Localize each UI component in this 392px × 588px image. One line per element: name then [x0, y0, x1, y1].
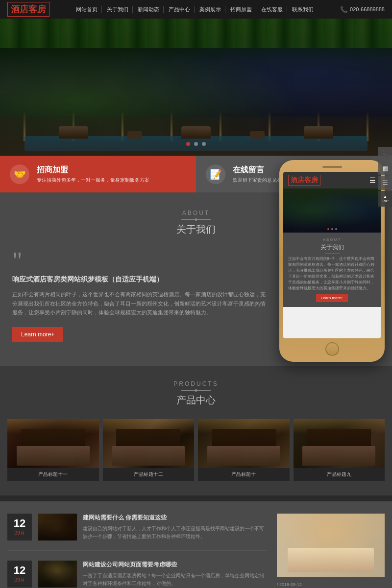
news-day-1: 12 [14, 518, 25, 529]
sofa-3 [304, 126, 333, 139]
phone-number: 020-66889888 [350, 6, 385, 12]
phone-hero-overlay [283, 188, 381, 233]
news-text-1: 建网站需要什么 你需要知道这些 建设自己的网站对于新人，人才工作和个人工作还是提… [83, 514, 267, 541]
hero-dot-2[interactable] [194, 142, 198, 146]
phone-mockup-wrapper: 酒店客房 ☰ ABOUT 关于我们 正如不会有 [279, 160, 385, 362]
hero-scene [0, 58, 392, 156]
product-image-2 [103, 419, 195, 468]
quote-mark: " [12, 248, 267, 273]
about-body-text: 正如不会有两片相同的叶子，这个世界也不会有两家相同的英迪格酒店。每一家酒店的设计… [12, 290, 267, 317]
hero-dot-1[interactable] [186, 142, 190, 146]
side-qr-icon: ▦ [383, 165, 388, 172]
hero-plants [0, 19, 392, 58]
news-feature-image [277, 514, 385, 577]
about-subtitle: 响应式酒店客房类网站织梦模板（自适应手机端） [12, 275, 267, 284]
news-section: 12 09月 建网站需要什么 你需要知道这些 建设自己的网站对于新人，人才工作和… [0, 501, 392, 588]
product-item-1[interactable]: 产品标题十一 [7, 419, 99, 481]
table-1 [127, 131, 142, 139]
nav-home[interactable]: 网站首页 [72, 6, 102, 13]
phone-home-button[interactable] [325, 342, 339, 356]
phone-hero-dots [283, 228, 381, 230]
bed-2 [112, 446, 185, 466]
sofa-1 [59, 126, 88, 139]
nav-about[interactable]: 关于我们 [103, 6, 133, 13]
site-logo[interactable]: 酒店客房 [7, 2, 49, 17]
franchise-title: 招商加盟 [37, 165, 149, 175]
news-title-1[interactable]: 建网站需要什么 你需要知道这些 [83, 514, 267, 522]
phone-about-en: ABOUT [288, 237, 376, 242]
phone-menu-icon[interactable]: ☰ [369, 176, 376, 184]
plant-leaves-decor [0, 19, 392, 48]
nav-cases[interactable]: 案例展示 [196, 6, 225, 13]
section-separator [0, 495, 392, 501]
header-phone: 📞 020-66889888 [340, 6, 385, 13]
table-2 [250, 131, 265, 139]
news-item-1: 12 09月 建网站需要什么 你需要知道这些 建设自己的网站对于新人，人才工作和… [7, 514, 267, 551]
products-en-label: PRODUCTS [0, 380, 392, 387]
side-menu-icon: ☰ [383, 180, 388, 187]
phone-icon: 📞 [340, 6, 348, 13]
bed-1 [17, 446, 90, 466]
nav-franchise[interactable]: 招商加盟 [226, 6, 256, 13]
top-label: ToP [382, 199, 389, 203]
phone-dot-1 [327, 228, 329, 230]
phone-learn-more[interactable]: Learn more+ [316, 294, 348, 302]
sofa-2 [181, 126, 211, 139]
phone-screen: 酒店客房 ☰ ABOUT 关于我们 正如不会有 [283, 172, 381, 338]
product-label-2: 产品标题十二 [103, 468, 195, 481]
news-excerpt-1: 建设自己的网站对于新人，人才工作和个人工作还是提高是找平网站建设的一个不可缺少一… [83, 525, 267, 541]
phone-about: ABOUT 关于我们 正如不会有两片相同的叶子，这个世界也不会有两家相同的英迪格… [283, 233, 381, 307]
product-label-3: 产品标题十 [198, 468, 290, 481]
news-month-2: 09月 [14, 577, 24, 584]
news-title-2[interactable]: 网站建设公司网站页面需要考虑哪些 [83, 561, 267, 569]
products-grid: 产品标题十一 产品标题十二 产品标题十 产品标题九 [0, 419, 392, 481]
franchise-icon: 🤝 [10, 165, 29, 184]
product-image-3 [198, 419, 290, 468]
nav-service[interactable]: 在线客服 [257, 6, 287, 13]
product-item-3[interactable]: 产品标题十 [198, 419, 290, 481]
franchise-sub: 专注招商外包多年，一对一服务，量身定制服务方案 [37, 177, 149, 184]
nav-news[interactable]: 新闻动态 [134, 6, 164, 13]
edit-icon: 📝 [210, 168, 222, 180]
hero-dot-3[interactable] [202, 142, 206, 146]
phone-hero [283, 188, 381, 233]
news-excerpt-2: 一言了于自适应酒店客房网站？每一个企业网站只有一个酒店房，单端企业网站定制对于各… [83, 572, 267, 588]
side-qr-button[interactable]: ▦ [378, 162, 392, 175]
phone-speaker [322, 166, 342, 168]
phone-dot-3 [335, 228, 337, 230]
back-to-top-button[interactable]: ▲ ToP [378, 191, 392, 207]
news-date-2: 12 09月 [7, 561, 32, 588]
header: 酒店客房 网站首页 关于我们 新闻动态 产品中心 案例展示 招商加盟 在线客服 … [0, 0, 392, 19]
product-item-4[interactable]: 产品标题九 [294, 419, 385, 481]
hero-banner [0, 19, 392, 156]
side-buttons: 📞 ▦ ☰ ▲ ToP [378, 147, 392, 207]
phone-about-zh: 关于我们 [288, 243, 376, 252]
phone-logo: 酒店客房 [288, 175, 320, 186]
handshake-icon: 🤝 [14, 168, 26, 180]
news-text-2: 网站建设公司网站页面需要考虑哪些 一言了于自适应酒店客房网站？每一个企业网站只有… [83, 561, 267, 588]
products-zh-label: 产品中心 [0, 394, 392, 407]
message-icon: 📝 [206, 165, 225, 184]
about-text-block: " 响应式酒店客房类网站织梦模板（自适应手机端） 正如不会有两片相同的叶子，这个… [12, 248, 272, 346]
franchise-text: 招商加盟 专注招商外包多年，一对一服务，量身定制服务方案 [37, 165, 149, 184]
scene-furniture [39, 119, 353, 139]
side-menu-button[interactable]: ☰ [378, 176, 392, 190]
about-learn-more-button[interactable]: Learn more+ [12, 327, 63, 342]
main-nav: 网站首页 关于我们 新闻动态 产品中心 案例展示 招商加盟 在线客服 联系我们 [72, 6, 318, 13]
feature-bed [288, 548, 374, 572]
nav-contact[interactable]: 联系我们 [288, 6, 318, 13]
product-image-4 [294, 419, 385, 468]
phone-nav: 酒店客房 ☰ [283, 172, 381, 188]
chevron-up-icon: ▲ [383, 194, 387, 199]
nav-products[interactable]: 产品中心 [165, 6, 195, 13]
news-list: 12 09月 建网站需要什么 你需要知道这些 建设自己的网站对于新人，人才工作和… [7, 514, 267, 588]
news-img-overlay-2 [38, 561, 77, 588]
banner-franchise[interactable]: 🤝 招商加盟 专注招商外包多年，一对一服务，量身定制服务方案 [0, 156, 196, 192]
news-month-1: 09月 [14, 530, 24, 537]
product-item-2[interactable]: 产品标题十二 [103, 419, 195, 481]
news-sidebar: / 2018-09-12 网站维护对于企业未说具有哪些重要性 企业的网站建设还需… [277, 514, 385, 588]
side-phone-button[interactable]: 📞 [378, 147, 392, 161]
bed-4 [302, 446, 375, 466]
news-img-overlay-1 [38, 514, 77, 541]
phone-dot-2 [331, 228, 333, 230]
